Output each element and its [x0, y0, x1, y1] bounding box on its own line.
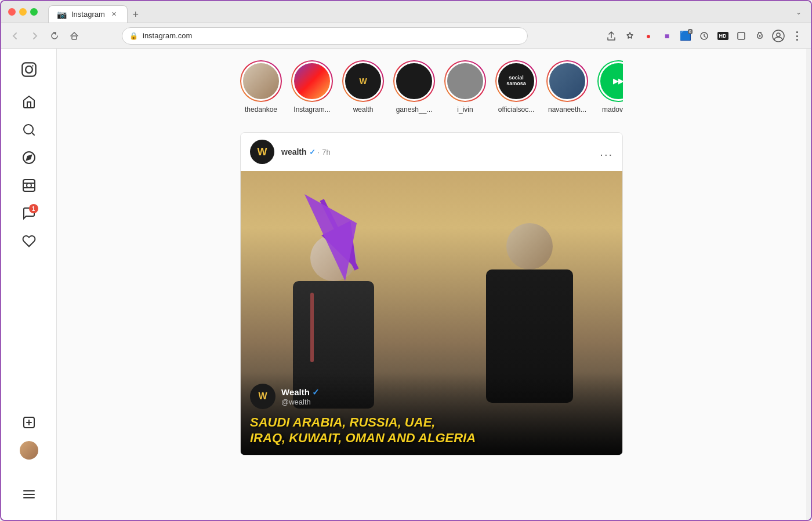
story-avatar-iivin: [445, 61, 485, 101]
story-ring-wealth: W: [342, 60, 384, 102]
post-username-text: wealth: [281, 147, 307, 156]
post-wealth: W wealth ✓ · 7h ...: [240, 132, 623, 456]
home-button[interactable]: [66, 28, 82, 44]
reload-button[interactable]: [46, 28, 63, 44]
story-ring-socialsamosa: socialsamosa: [495, 60, 537, 102]
post-more-button[interactable]: ...: [600, 145, 613, 159]
story-ring-madover: ▶▶: [597, 60, 623, 102]
story-label-ganesh: ganesh__...: [396, 105, 433, 114]
sidebar-item-explore[interactable]: [17, 146, 41, 169]
sidebar-item-messages[interactable]: 1: [17, 202, 41, 225]
post-header: W wealth ✓ · 7h ...: [241, 133, 622, 171]
stories-row: thedankoe Instagram... W wealth: [240, 60, 623, 118]
svg-rect-2: [738, 32, 745, 39]
story-ganesh[interactable]: ganesh__...: [393, 60, 435, 114]
extension-icon-2[interactable]: ■: [659, 28, 675, 44]
extension-icon-4[interactable]: [696, 28, 712, 44]
bookmark-star-icon[interactable]: [622, 28, 638, 44]
story-ring-instagram: [291, 60, 333, 102]
post-overlay-bottom: W Wealth ✓ @wealth: [241, 372, 622, 455]
url-text: instagram.com: [143, 31, 520, 40]
tab-title: Instagram: [71, 10, 105, 19]
sidebar-item-home[interactable]: [17, 90, 41, 114]
extension-icon-1[interactable]: ●: [640, 28, 657, 44]
tab-dropdown[interactable]: ⌄: [793, 6, 804, 19]
scrollbar-area: [806, 49, 811, 520]
post-image: W Wealth ✓ @wealth: [241, 171, 622, 455]
story-socialsamosa[interactable]: socialsamosa officialsoc...: [495, 60, 537, 114]
story-label-socialsamosa: officialsoc...: [498, 105, 534, 114]
story-navaneeth[interactable]: navaneeth...: [546, 60, 588, 114]
address-input[interactable]: 🔒 instagram.com: [122, 27, 528, 45]
story-avatar-thedankoe: [241, 61, 281, 101]
verified-badge: ✓: [309, 148, 316, 156]
instagram-feed: thedankoe Instagram... W wealth: [229, 60, 635, 456]
overlay-name: Wealth ✓: [281, 387, 320, 398]
active-tab[interactable]: 📷 Instagram ✕: [48, 5, 128, 23]
post-image-container: W Wealth ✓ @wealth: [241, 171, 622, 455]
story-label-iivin: i_ivin: [457, 105, 473, 114]
svg-point-8: [32, 65, 33, 66]
story-ring-ganesh: [393, 60, 435, 102]
svg-point-7: [26, 66, 32, 73]
post-avatar[interactable]: W: [250, 140, 274, 164]
user-profile-icon[interactable]: [770, 28, 786, 44]
svg-point-3: [759, 35, 761, 37]
tabs-area: 📷 Instagram ✕ +: [48, 1, 144, 23]
instagram-sidebar: 1: [1, 49, 57, 520]
post-username[interactable]: wealth ✓ · 7h: [281, 147, 593, 156]
instagram-main: thedankoe Instagram... W wealth: [57, 49, 806, 520]
story-thedankoe[interactable]: thedankoe: [240, 60, 282, 114]
sidebar-item-create[interactable]: [17, 411, 41, 434]
post-time: 7h: [322, 148, 330, 156]
traffic-lights: [8, 8, 38, 16]
tab-close-button[interactable]: ✕: [110, 10, 119, 19]
story-avatar-wealth: W: [343, 61, 383, 101]
sidebar-item-reels[interactable]: [17, 174, 41, 197]
story-label-navaneeth: navaneeth...: [548, 105, 586, 114]
sidebar-item-notifications[interactable]: [17, 229, 41, 253]
svg-point-14: [27, 183, 31, 188]
overlay-text-line1: SAUDI ARABIA, RUSSIA, UAE,: [250, 415, 613, 430]
story-avatar-socialsamosa: socialsamosa: [496, 61, 536, 101]
share-icon[interactable]: [603, 28, 619, 44]
svg-marker-25: [304, 194, 357, 281]
extensions-button[interactable]: [752, 28, 768, 44]
post-separator: ·: [318, 148, 320, 156]
story-ring-navaneeth: [546, 60, 588, 102]
story-label-wealth: wealth: [353, 105, 374, 114]
maximize-button[interactable]: [30, 8, 38, 16]
forward-button[interactable]: [27, 28, 43, 44]
extension-icon-5[interactable]: HD: [715, 28, 731, 44]
new-tab-button[interactable]: +: [128, 6, 144, 23]
story-instagram[interactable]: Instagram...: [291, 60, 333, 114]
browser-content: 1: [1, 49, 811, 520]
more-options-button[interactable]: ⋮: [789, 28, 805, 44]
overlay-handle: @wealth: [281, 398, 320, 406]
messages-badge: 1: [29, 204, 38, 213]
story-madover[interactable]: ▶▶ madover...: [597, 60, 623, 114]
story-label-thedankoe: thedankoe: [245, 105, 277, 114]
overlay-text-line2: IRAQ, KUWAIT, OMAN AND ALGERIA: [250, 431, 613, 446]
post-user-info: wealth ✓ · 7h: [281, 147, 593, 156]
story-wealth[interactable]: W wealth: [342, 60, 384, 114]
story-ring-iivin: [444, 60, 486, 102]
story-label-instagram: Instagram...: [293, 105, 330, 114]
sidebar-more-button[interactable]: [17, 483, 41, 506]
extension-icon-6[interactable]: [733, 28, 749, 44]
close-button[interactable]: [8, 8, 16, 16]
story-iivin[interactable]: i_ivin: [444, 60, 486, 114]
sidebar-item-profile[interactable]: [17, 439, 41, 462]
story-ring-thedankoe: [240, 60, 282, 102]
sidebar-item-search[interactable]: [17, 118, 41, 141]
svg-point-5: [777, 33, 780, 37]
story-avatar-madover: ▶▶: [599, 61, 623, 101]
overlay-avatar: W: [250, 384, 276, 409]
overlay-user-row: W Wealth ✓ @wealth: [250, 384, 613, 409]
instagram-logo[interactable]: [17, 58, 41, 81]
extension-icon-3[interactable]: 🟦 6: [677, 28, 694, 44]
back-button[interactable]: [7, 28, 23, 44]
overlay-verified: ✓: [312, 387, 320, 398]
overlay-text: SAUDI ARABIA, RUSSIA, UAE, IRAQ, KUWAIT,…: [250, 415, 613, 446]
minimize-button[interactable]: [19, 8, 27, 16]
